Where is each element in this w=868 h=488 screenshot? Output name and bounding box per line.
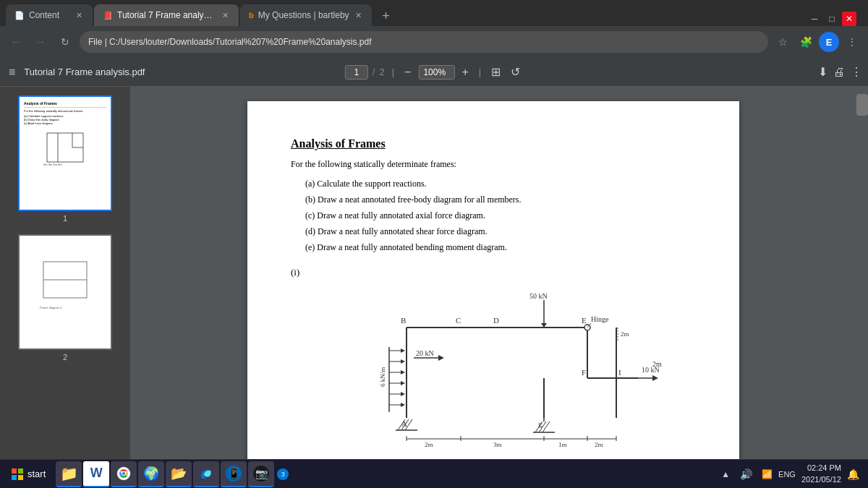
svg-text:I: I: [618, 368, 621, 377]
taskbar-edge[interactable]: [193, 461, 219, 487]
pdf-download[interactable]: ⬇: [818, 65, 827, 79]
svg-point-95: [122, 471, 125, 474]
tab-tutorial-icon: 📕: [103, 11, 113, 20]
instruction-a: (a) Calculate the support reactions.: [305, 177, 696, 190]
svg-text:1m: 1m: [558, 441, 567, 448]
tab-bartleby-close[interactable]: ✕: [354, 9, 363, 22]
pdf-page-sep: /: [373, 67, 375, 77]
pdf-toolbar: ≡ Tutorial 7 Frame analysis.pdf / 2 | − …: [0, 58, 868, 87]
pdf-zoom-input[interactable]: [418, 65, 454, 80]
instruction-b: (b) Draw a neat annotated free-body diag…: [305, 193, 696, 206]
tab-content-icon: 📄: [14, 11, 25, 20]
notification-center[interactable]: 🔔: [847, 468, 859, 480]
taskbar-phone[interactable]: 📱: [221, 461, 247, 487]
svg-text:50 kN: 50 kN: [529, 292, 548, 300]
right-scrollbar[interactable]: [856, 87, 868, 459]
extensions-button[interactable]: 🧩: [796, 32, 816, 52]
section-i-label: (i): [291, 267, 696, 278]
volume-icon[interactable]: 🔊: [736, 464, 756, 484]
language-indicator: ENG: [778, 470, 796, 479]
taskbar: start 📁 W 🌍 📂 �: [0, 459, 868, 488]
pdf-zoom-plus[interactable]: +: [459, 64, 471, 80]
maximize-button[interactable]: □: [825, 12, 839, 26]
minimize-button[interactable]: ─: [807, 12, 822, 26]
svg-text:2m: 2m: [652, 360, 662, 368]
svg-text:2m: 2m: [621, 330, 629, 338]
pdf-more[interactable]: ⋮: [851, 65, 862, 79]
browser-window: 📄 Content ✕ 📕 Tutorial 7 Frame analysis.…: [0, 0, 868, 488]
svg-rect-92: [18, 475, 23, 480]
pdf-zoom-minus[interactable]: −: [401, 64, 414, 80]
thumb-1-num: 1: [63, 214, 67, 223]
system-tray: ▲ 🔊 📶 ENG 02:24 PM 2021/05/12 🔔: [721, 463, 865, 485]
svg-text:2m: 2m: [595, 441, 603, 448]
bookmark-button[interactable]: ☆: [773, 32, 793, 52]
svg-text:20 kN: 20 kN: [416, 349, 434, 357]
doc-intro: For the following statically determinate…: [291, 159, 696, 170]
svg-text:g: g: [538, 419, 542, 428]
svg-rect-91: [12, 475, 17, 480]
network-icon[interactable]: 📶: [762, 469, 773, 479]
svg-marker-50: [401, 403, 405, 407]
pdf-main: Analysis of Frames For the following sta…: [0, 87, 868, 459]
svg-text:2m: 2m: [425, 441, 433, 448]
profile-button[interactable]: E: [819, 32, 839, 52]
pdf-viewer: ≡ Tutorial 7 Frame analysis.pdf / 2 | − …: [0, 58, 868, 459]
date-display: 2021/05/12: [801, 474, 841, 485]
svg-marker-48: [401, 392, 405, 396]
forward-button[interactable]: →: [30, 32, 51, 52]
tab-bartleby-label: My Questions | bartleby: [258, 10, 349, 20]
tab-bartleby-icon: b: [249, 11, 254, 20]
pdf-page-1: Analysis of Frames For the following sta…: [247, 101, 739, 459]
pdf-print[interactable]: 🖨: [833, 66, 845, 79]
svg-marker-40: [401, 348, 405, 353]
svg-text:3m: 3m: [493, 441, 502, 448]
start-label: start: [27, 468, 46, 479]
address-input[interactable]: [80, 31, 768, 53]
svg-text:Hinge: Hinge: [591, 315, 609, 323]
start-button[interactable]: start: [3, 461, 54, 487]
tab-bartleby[interactable]: b My Questions | bartleby ✕: [240, 4, 372, 26]
close-button[interactable]: ✕: [842, 12, 856, 26]
menu-button[interactable]: ⋮: [842, 32, 862, 52]
diagram-i: 10 kN 2m 2m 50 kN Hinge: [291, 286, 696, 459]
clock[interactable]: 02:24 PM 2021/05/12: [801, 463, 841, 485]
tab-content-close[interactable]: ✕: [75, 9, 84, 22]
taskbar-explorer[interactable]: 📁: [56, 461, 82, 487]
svg-text:A: A: [401, 419, 407, 428]
pdf-fit-page[interactable]: ⊞: [488, 64, 503, 80]
svg-text:C: C: [456, 316, 461, 325]
svg-marker-42: [401, 359, 405, 364]
pdf-page-input[interactable]: [345, 65, 368, 80]
svg-text:Frame diagram 2: Frame diagram 2: [40, 306, 62, 309]
back-button[interactable]: ←: [6, 32, 26, 52]
svg-text:D: D: [493, 316, 499, 325]
svg-marker-36: [438, 355, 444, 361]
taskbar-files[interactable]: 📂: [166, 461, 192, 487]
pdf-content-area: Analysis of Frames For the following sta…: [130, 87, 856, 459]
tab-tutorial-label: Tutorial 7 Frame analysis.pdf: [117, 10, 216, 20]
instruction-e: (e) Draw a neat fully annotated bending …: [305, 241, 696, 254]
thumbnail-2[interactable]: Frame diagram 2 2: [18, 234, 112, 361]
taskbar-chrome[interactable]: [111, 461, 137, 487]
tab-tutorial-close[interactable]: ✕: [221, 9, 230, 22]
show-hidden-icons[interactable]: ▲: [721, 469, 730, 479]
instruction-d: (d) Draw a neat fully annotated shear fo…: [305, 225, 696, 238]
refresh-button[interactable]: ↻: [55, 32, 75, 52]
svg-line-20: [542, 421, 550, 432]
taskbar-word[interactable]: W: [83, 461, 109, 487]
pdf-rotate[interactable]: ↺: [508, 64, 523, 80]
pdf-hamburger[interactable]: ≡: [6, 63, 18, 82]
svg-text:2m  3m  1m 2m: 2m 3m 1m 2m: [43, 163, 62, 166]
tab-content[interactable]: 📄 Content ✕: [6, 4, 93, 26]
pdf-total-pages: 2: [379, 67, 384, 77]
address-bar-row: ← → ↻ ☆ 🧩 E ⋮: [0, 26, 868, 58]
pdf-divider: |: [392, 67, 394, 77]
tab-tutorial[interactable]: 📕 Tutorial 7 Frame analysis.pdf ✕: [94, 4, 239, 26]
taskbar-ie[interactable]: 🌍: [138, 461, 164, 487]
thumbnail-1[interactable]: Analysis of Frames For the following sta…: [18, 95, 112, 223]
taskbar-camera[interactable]: 📷: [248, 461, 274, 487]
new-tab-button[interactable]: +: [376, 6, 396, 26]
svg-rect-90: [18, 468, 23, 474]
thumbnail-panel: Analysis of Frames For the following sta…: [0, 87, 130, 459]
